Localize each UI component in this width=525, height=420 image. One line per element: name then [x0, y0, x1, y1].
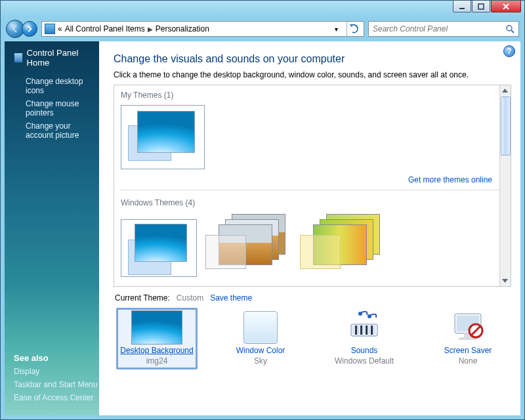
svg-rect-10 [363, 326, 365, 335]
svg-rect-6 [352, 326, 354, 335]
window-frame: « All Control Panel Items ▶ Personalizat… [0, 0, 525, 420]
page-title: Change the visuals and sounds on your co… [114, 53, 511, 65]
svg-rect-7 [355, 326, 357, 335]
search-icon[interactable] [505, 24, 514, 33]
windows-themes-label: Windows Themes (4) [121, 198, 505, 207]
see-also-header: See also [14, 353, 97, 363]
my-themes-label: My Themes (1) [121, 91, 505, 100]
component-saver-value: None [459, 356, 478, 366]
close-button[interactable] [491, 1, 521, 12]
theme-my-custom[interactable] [121, 105, 205, 169]
component-color-value: Sky [254, 356, 267, 366]
svg-rect-12 [368, 326, 370, 335]
see-also-ease-of-access[interactable]: Ease of Access Center [14, 393, 97, 402]
component-sounds-value: Windows Default [335, 356, 394, 366]
search-input[interactable] [373, 24, 505, 33]
sidebar-link-mouse-pointers[interactable]: Change mouse pointers [26, 99, 90, 117]
address-dropdown-icon[interactable]: ▾ [331, 26, 341, 33]
component-color-name: Window Color [236, 346, 285, 355]
breadcrumb-prefix: « [58, 24, 62, 33]
svg-rect-1 [478, 4, 484, 9]
component-screen-saver[interactable]: Screen Saver None [427, 308, 509, 369]
svg-rect-11 [366, 326, 368, 335]
help-icon[interactable]: ? [503, 45, 515, 57]
svg-rect-13 [371, 326, 373, 335]
svg-rect-14 [373, 326, 375, 335]
control-panel-icon [45, 24, 55, 34]
svg-rect-0 [459, 8, 465, 9]
component-sounds[interactable]: Sounds Windows Default [324, 308, 405, 369]
current-theme-row: Current Theme: Custom Save theme [115, 293, 511, 303]
address-bar[interactable]: « All Control Panel Items ▶ Personalizat… [41, 21, 364, 37]
scroll-up-icon[interactable] [500, 85, 510, 96]
desktop-background-thumb-icon [131, 310, 182, 345]
component-sounds-name: Sounds [351, 346, 378, 355]
themes-list: My Themes (1) Get more themes online Win… [114, 85, 511, 287]
svg-point-2 [507, 26, 512, 31]
save-theme-link[interactable]: Save theme [210, 293, 252, 303]
scroll-thumb[interactable] [501, 96, 511, 156]
main-content: ? Change the visuals and sounds on your … [99, 41, 520, 415]
titlebar-controls [453, 1, 521, 14]
scroll-down-icon[interactable] [500, 276, 510, 286]
sidebar: Control Panel Home Change desktop icons … [5, 41, 99, 415]
window-color-icon [235, 310, 286, 345]
current-theme-label: Current Theme: [115, 293, 170, 303]
svg-rect-9 [360, 326, 362, 335]
page-subtitle: Click a theme to change the desktop back… [114, 70, 511, 79]
see-also-display[interactable]: Display [14, 367, 97, 376]
screensaver-icon [442, 310, 494, 345]
component-window-color[interactable]: Window Color Sky [220, 308, 301, 369]
breadcrumb-level1[interactable]: All Control Panel Items [65, 24, 145, 33]
see-also-taskbar[interactable]: Taskbar and Start Menu [14, 380, 97, 389]
theme-components-row: Desktop Background img24 Window Color Sk… [114, 306, 511, 371]
svg-point-4 [358, 312, 362, 316]
component-bg-name: Desktop Background [120, 346, 193, 355]
theme-architecture[interactable] [201, 213, 291, 277]
nav-row: « All Control Panel Items ▶ Personalizat… [6, 19, 519, 39]
svg-rect-8 [358, 326, 360, 335]
see-also-section: See also Display Taskbar and Start Menu … [14, 353, 97, 406]
control-panel-home[interactable]: Control Panel Home [14, 48, 90, 68]
breadcrumb-level2[interactable]: Personalization [156, 24, 209, 33]
get-more-themes-link[interactable]: Get more themes online [408, 175, 492, 184]
minimize-button[interactable] [453, 1, 471, 12]
nav-buttons [6, 20, 37, 38]
search-bar[interactable] [368, 21, 519, 37]
maximize-button[interactable] [472, 1, 490, 12]
themes-scrollbar[interactable] [499, 85, 511, 286]
refresh-button[interactable] [346, 22, 361, 36]
sounds-icon [339, 310, 390, 345]
theme-windows7[interactable] [121, 219, 197, 277]
component-bg-value: img24 [146, 356, 168, 366]
cp-home-label: Control Panel Home [27, 48, 90, 68]
component-saver-name: Screen Saver [444, 346, 492, 355]
cp-home-icon [14, 52, 23, 63]
body-area: Control Panel Home Change desktop icons … [5, 41, 520, 415]
breadcrumb-sep-icon: ▶ [148, 26, 153, 33]
sidebar-link-desktop-icons[interactable]: Change desktop icons [26, 77, 90, 95]
current-theme-value: Custom [177, 293, 203, 303]
theme-characters[interactable] [296, 213, 385, 277]
component-desktop-background[interactable]: Desktop Background img24 [116, 308, 198, 369]
svg-point-3 [368, 314, 371, 318]
sidebar-link-account-picture[interactable]: Change your account picture [26, 121, 90, 140]
nav-forward-button[interactable] [22, 21, 37, 37]
get-more-themes-row: Get more themes online [119, 175, 492, 184]
